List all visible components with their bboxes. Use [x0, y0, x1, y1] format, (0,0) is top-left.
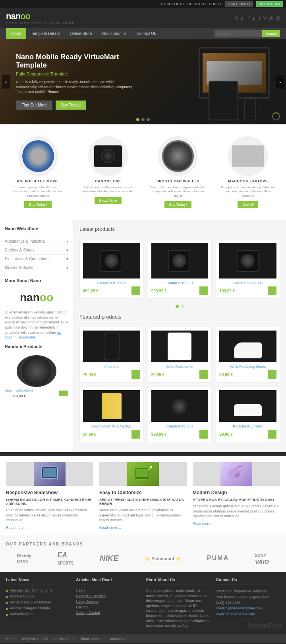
showcase-desc-1: Lorem ipsum dolor sit amet, consectetur …	[10, 186, 66, 198]
nav-contact-us[interactable]: Contact Us	[131, 28, 160, 39]
sidebar-item-movies[interactable]: Movies & Books ▾	[5, 263, 68, 272]
feature-link-3[interactable]: Read more ...	[193, 522, 214, 526]
footer-news-link-2[interactable]: Archive Module	[10, 594, 35, 598]
footer-article-link-1[interactable]: Users	[76, 588, 85, 592]
feature-link-1[interactable]: Read more ...	[6, 526, 28, 530]
footer-article-link-3[interactable]: Using Joomla!	[76, 600, 99, 603]
latest-product-link-2[interactable]: Canon EOS 60D	[151, 281, 209, 285]
footer-article-link-4[interactable]: Options	[76, 605, 88, 609]
sidebar-item-electronics[interactable]: Electronics & Computers ▾	[5, 255, 68, 263]
twitter-icon[interactable]: 𝕏	[235, 15, 239, 21]
sidebar-about-link[interactable]: eu fugiat nulla pariatur.	[5, 331, 61, 340]
main-content: Nano Web Store Automotive & Industrial ▾…	[0, 220, 286, 452]
sidebar-item-automotive[interactable]: Automotive & Industrial ▾	[5, 237, 68, 246]
featured-product-5: Canon EOS 60D 999,99 € 🛒	[148, 387, 212, 442]
random-product-name[interactable]: Black Cool Wheel	[5, 389, 33, 393]
featured-cart-3[interactable]: 🛒	[268, 370, 276, 379]
featured-link-3[interactable]: WhiteRed Long Shoes	[219, 365, 276, 369]
latest-product-price-row-2: 999,99 € 🛒	[151, 286, 209, 295]
bottom-nav-template[interactable]: Template Details	[21, 637, 48, 641]
search-input[interactable]	[214, 30, 262, 37]
partner-puma: PUMA	[207, 555, 229, 562]
latest-product-cart-1[interactable]: 🛒	[131, 286, 140, 295]
footer-news-link-4[interactable]: Articles Category Module	[10, 606, 50, 610]
bottom-nav-contact[interactable]: Contact Us	[108, 637, 126, 641]
hero-dot-2[interactable]	[141, 118, 145, 121]
currency-display: EURO €	[209, 2, 222, 6]
hero-find-out-more-btn[interactable]: Find Out More	[16, 101, 52, 110]
bottom-nav-about[interactable]: About Joomla!	[80, 637, 103, 641]
featured-link-6[interactable]: Porsche 911 Turbo	[219, 424, 276, 428]
featured-cart-2[interactable]: 🛒	[199, 370, 208, 379]
showcase-btn-4[interactable]: See All	[238, 201, 258, 208]
search-button[interactable]: Search	[262, 30, 280, 37]
footer-email-link[interactable]: contact@nano-template.com	[216, 606, 262, 610]
feature-3: Modern Design AT VERO EOS ET ACCUSAMUS E…	[193, 462, 280, 530]
showcase-name-3: SPORTS CAR WHEELS	[150, 179, 206, 183]
email-icon[interactable]: @	[275, 15, 280, 21]
footer-latest-news: Latest News ■ Administrator Components ■…	[6, 578, 70, 629]
linkedin-icon[interactable]: in	[257, 15, 261, 21]
featured-link-2[interactable]: WhiteRed Jacket	[151, 365, 209, 369]
featured-product-6: Porsche 911 Turbo 29,00 € 🛒	[216, 387, 280, 442]
featured-link-1[interactable]: iPhone 4	[83, 365, 140, 369]
feature-text-2: Nemo enim ipsam voluptatem quia voluptas…	[99, 508, 187, 523]
hero-prev-arrow[interactable]: ‹	[2, 75, 10, 89]
featured-link-5[interactable]: Canon EOS 60D	[151, 424, 209, 428]
jacket-icon	[168, 333, 191, 360]
random-product-cart-btn[interactable]: 🛒	[59, 391, 68, 396]
hero-next-arrow[interactable]: ›	[276, 75, 284, 89]
latest-product-link-1[interactable]: Canon EOS 650D	[83, 281, 140, 285]
footer-news-link-1[interactable]: Administrator Components	[10, 588, 52, 592]
sidebar-item-clothes[interactable]: Clothes & Shoes ▾	[5, 246, 68, 255]
facebook-icon[interactable]: f	[248, 15, 249, 21]
footer-news-link-5[interactable]: Authentication	[10, 612, 33, 616]
showcase-btn-3[interactable]: Buy Today!	[164, 201, 191, 208]
cart-empty-btn[interactable]: CART EMPTY	[225, 1, 253, 7]
nav-online-store[interactable]: Online Store	[65, 28, 97, 39]
nav-home[interactable]: Home	[6, 28, 26, 39]
my-account-link[interactable]: MY ACCOUNT	[160, 2, 184, 6]
bullet-icon: ■	[6, 595, 8, 599]
footer-article-link-5[interactable]: Getting Started	[76, 611, 100, 615]
featured-cart-5[interactable]: 🛒	[199, 430, 208, 439]
showcase-desc-3: Duis aute irure dolor in reprehenderit i…	[150, 186, 206, 198]
register-link[interactable]: REGISTER	[187, 2, 206, 6]
vimeo-icon[interactable]: V	[263, 15, 267, 21]
logo-text: nanoo	[6, 11, 75, 21]
sidebar-store-title: Nano Web Store	[5, 226, 68, 233]
footer-web-link[interactable]: www.nano-template.com	[216, 612, 255, 616]
logo[interactable]: nanoo YOUR WEB SITE SLOGAN HERE	[6, 11, 75, 25]
sidebar-item-label: Automotive & Industrial	[5, 239, 46, 244]
nav-template-details[interactable]: Template Details	[26, 28, 65, 39]
featured-cart-1[interactable]: 🛒	[131, 370, 140, 379]
bottom-nav-home[interactable]: Home	[6, 637, 15, 641]
hero-dot-1[interactable]	[136, 118, 139, 121]
hero-dot-3[interactable]	[147, 118, 150, 121]
featured-cart-4[interactable]: 🛒	[131, 430, 140, 439]
latest-product-cart-3[interactable]: 🛒	[268, 286, 276, 295]
show-cart-btn[interactable]: SHOW CART	[256, 1, 283, 7]
showcase-name-4: MACBOOK LAPTOPS	[220, 179, 276, 183]
latest-product-link-3[interactable]: Canon EOS 1100D	[219, 281, 276, 285]
art-svg	[133, 466, 153, 482]
showcase-btn-1[interactable]: Buy Today!	[24, 201, 51, 208]
latest-product-cart-2[interactable]: 🛒	[199, 286, 208, 295]
latest-dot-1[interactable]	[176, 305, 179, 308]
footer-news-link-3[interactable]: Article Categories Module	[10, 600, 51, 604]
hero-buy-today-btn[interactable]: Buy Today!	[56, 101, 86, 110]
rss-icon[interactable]: ⊞	[251, 15, 255, 21]
feature-link-2[interactable]: Read more ...	[99, 526, 121, 530]
featured-link-4[interactable]: Beginning PHP & MySQL	[83, 424, 140, 428]
vk-icon[interactable]: vk	[269, 15, 273, 21]
latest-product-img-1	[83, 243, 140, 278]
nav-about-joomla[interactable]: About Joomla!	[97, 28, 131, 39]
showcase-btn-2[interactable]: Read More	[95, 197, 122, 204]
sidebar-about-title: More About Nano	[5, 278, 68, 285]
bottom-nav-store[interactable]: Online Store	[54, 637, 74, 641]
shoes-icon	[234, 342, 262, 358]
latest-dot-2[interactable]	[181, 305, 184, 308]
gplus-icon[interactable]: g+	[241, 15, 246, 21]
featured-cart-6[interactable]: 🛒	[268, 430, 276, 439]
footer-article-link-2[interactable]: Easy to Customize	[76, 594, 106, 598]
